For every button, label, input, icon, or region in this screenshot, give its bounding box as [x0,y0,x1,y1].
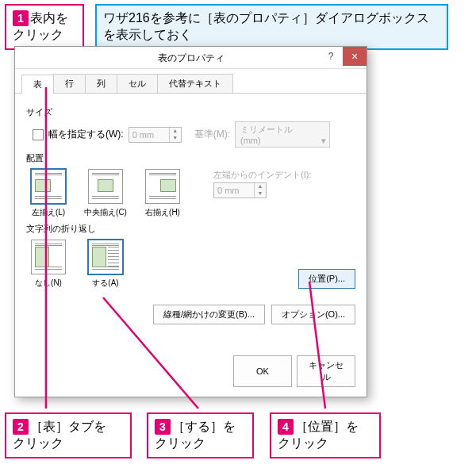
align-left-icon [31,169,66,204]
callout-4: 4［位置］を クリック [270,412,381,458]
tab-row[interactable]: 行 [53,74,86,93]
align-right-label: 右揃え(H) [145,208,180,217]
wrap-label: 文字列の折り返し [26,223,355,235]
width-checkbox[interactable] [33,129,44,140]
wrap-around[interactable]: する(A) [83,240,128,289]
callout-2: 2［表］タブを クリック [5,412,132,458]
indent-spinner[interactable]: ▲▼ [213,182,267,198]
wrap-none-label: なし(N) [35,278,62,287]
align-left[interactable]: 左揃え(L) [26,169,71,218]
table-properties-dialog: 表のプロパティ ? × 表 行 列 セル 代替テキスト サイズ 幅を指定する(W… [14,46,367,397]
align-center-icon [88,169,123,204]
position-button[interactable]: 位置(P)... [298,269,355,289]
tab-cell[interactable]: セル [117,74,158,93]
cancel-button[interactable]: キャンセル [297,355,355,387]
badge-2: 2 [13,419,29,435]
tab-strip: 表 行 列 セル 代替テキスト [15,69,367,94]
close-button[interactable]: × [343,47,367,66]
dialog-title: 表のプロパティ [158,52,225,63]
titlebar: 表のプロパティ ? × [15,47,367,69]
spin-up-icon: ▲ [170,128,181,135]
align-right-icon [145,169,180,204]
callout-info-text: ワザ216を参考に［表のプロパティ］ダイアログボックスを表示しておく [103,11,429,41]
basis-select[interactable]: ミリメートル (mm) [235,121,330,148]
tab-table[interactable]: 表 [21,75,54,94]
tab-alt-text[interactable]: 代替テキスト [157,74,233,93]
callout-1: 1表内を クリック [5,4,84,50]
callout-info: ワザ216を参考に［表のプロパティ］ダイアログボックスを表示しておく [95,4,448,50]
basis-label: 基準(M): [194,128,230,141]
width-input [129,129,169,141]
align-right[interactable]: 右揃え(H) [140,169,185,218]
spin-down-icon: ▼ [255,190,266,198]
options-button[interactable]: オプション(O)... [271,305,355,324]
align-center[interactable]: 中央揃え(C) [83,169,128,218]
align-left-label: 左揃え(L) [32,208,65,217]
badge-3: 3 [155,419,171,435]
wrap-none[interactable]: なし(N) [26,240,71,289]
badge-4: 4 [278,419,294,435]
ok-button[interactable]: OK [233,355,292,387]
borders-button[interactable]: 線種/網かけの変更(B)... [153,305,265,324]
help-button[interactable]: ? [319,47,343,66]
callout-3: 3［する］を クリック [147,412,254,458]
tab-column[interactable]: 列 [85,74,117,93]
indent-input [214,184,254,197]
spin-down-icon: ▼ [170,135,181,142]
wrap-none-icon [31,240,66,274]
size-label: サイズ [26,106,355,118]
align-center-label: 中央揃え(C) [84,208,127,217]
width-spinner[interactable]: ▲▼ [129,127,182,143]
spin-up-icon: ▲ [255,183,266,190]
align-label: 配置 [26,152,355,164]
badge-1: 1 [13,10,29,26]
wrap-around-icon [88,240,123,274]
indent-label: 左端からのインデント(I): [213,169,311,181]
wrap-around-label: する(A) [92,278,118,287]
width-checkbox-label: 幅を指定する(W): [48,128,124,141]
